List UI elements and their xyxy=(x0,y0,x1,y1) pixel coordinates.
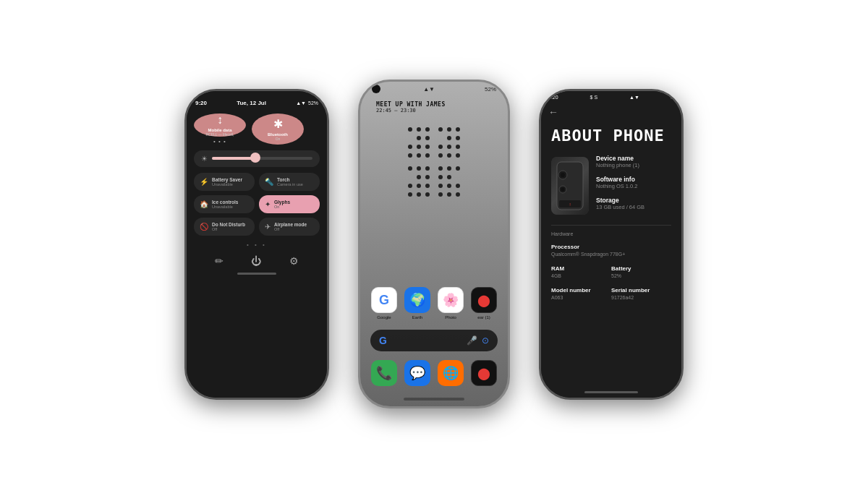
processor-label: Processor xyxy=(551,244,671,250)
svg-point-48 xyxy=(561,188,565,192)
brightness-fill xyxy=(212,157,252,160)
torch-label: Torch xyxy=(277,177,303,182)
airplane-tile[interactable]: ✈ Airplane mode Off xyxy=(259,218,320,236)
dock-ear[interactable]: ⬤ xyxy=(470,360,498,386)
ram-spec: RAM 4GB xyxy=(551,261,611,283)
svg-point-2 xyxy=(425,127,430,132)
svg-point-43 xyxy=(456,184,460,188)
svg-point-27 xyxy=(417,175,421,179)
edit-icon[interactable]: ✏ xyxy=(215,255,224,267)
hours-row xyxy=(406,125,462,161)
power-icon[interactable]: ⏻ xyxy=(251,255,261,267)
dnd-label: Do Not Disturb xyxy=(212,222,245,227)
home-signal: ▲▼ xyxy=(423,86,435,93)
svg-point-18 xyxy=(456,145,460,149)
google-app-label: Google xyxy=(377,315,391,320)
svg-point-5 xyxy=(417,136,421,140)
svg-point-10 xyxy=(425,153,430,158)
earth-app-label: Earth xyxy=(412,315,422,320)
svg-point-15 xyxy=(438,145,443,149)
app-grid: G Google 🌍 Earth 🌸 Photo ⬤ ear xyxy=(360,281,508,325)
serial-spec: Serial number 91726a42 xyxy=(611,283,671,304)
dot-clock-container xyxy=(360,121,508,202)
torch-status: Camera in use xyxy=(277,182,303,187)
photo-app-label: Photo xyxy=(445,315,456,320)
model-label: Model number xyxy=(551,287,611,294)
home-indicator xyxy=(237,273,276,275)
photo-app-icon: 🌸 xyxy=(443,292,459,308)
mobile-data-tile[interactable]: ↕ Mobile data RCELL — lifecell, xyxy=(194,114,246,137)
ear-app-icon: ⬤ xyxy=(477,294,490,307)
about-phone-screen: 9:20 $ S ▲▼ □ ← ABOUT PHONE ! xyxy=(541,91,681,398)
storage-label: Storage xyxy=(596,197,671,204)
svg-point-19 xyxy=(438,153,443,158)
device-name-label: Device name xyxy=(596,155,671,162)
processor-value: Qualcomm® Snapdragon 778G+ xyxy=(551,252,671,257)
brightness-icon: ☀ xyxy=(201,155,208,163)
settings-icon[interactable]: ⚙ xyxy=(289,255,299,267)
glyphs-tile[interactable]: ✦ Glyphs On xyxy=(259,195,320,213)
bottom-icons-bar: ✏ ⏻ ⚙ xyxy=(194,252,320,270)
ram-value: 4GB xyxy=(551,273,611,278)
airplane-icon: ✈ xyxy=(265,223,271,231)
big-tiles-row: ↕ Mobile data RCELL — lifecell, • • • ✱ … xyxy=(194,114,320,145)
svg-point-12 xyxy=(447,127,451,132)
app-photo[interactable]: 🌸 Photo xyxy=(437,287,464,320)
battery-saver-tile[interactable]: ⚡ Battery Saver Unavailable xyxy=(194,173,255,191)
svg-point-7 xyxy=(425,145,430,149)
app-ear[interactable]: ⬤ ear (1) xyxy=(470,287,498,320)
about-time: 9:20 xyxy=(548,95,558,100)
svg-point-0 xyxy=(408,127,412,132)
svg-point-22 xyxy=(408,166,412,171)
phone-3: 9:20 $ S ▲▼ □ ← ABOUT PHONE ! xyxy=(539,89,684,400)
storage-value: 13 GB used / 64 GB xyxy=(596,204,671,210)
page-dots: • • • xyxy=(194,241,320,248)
phone-2: · ▲▼ 52% MEET UP WITH JAMES 22:45 – 23:3… xyxy=(358,80,510,408)
specs-grid: Processor Qualcomm® Snapdragon 778G+ RAM… xyxy=(541,239,681,304)
mobile-data-dots: • • • xyxy=(213,138,226,145)
status-date: Tue, 12 Jul xyxy=(237,100,266,106)
torch-icon: 🔦 xyxy=(265,178,273,186)
ram-label: RAM xyxy=(551,265,611,272)
torch-tile[interactable]: 🔦 Torch Camera in use xyxy=(259,173,320,191)
dock-chrome[interactable]: 🌐 xyxy=(437,360,464,386)
ice-controls-tile[interactable]: 🏠 Ice controls Unavailable xyxy=(194,195,255,213)
status-bar: 9:20 Tue, 12 Jul ▲▼ 52% xyxy=(194,97,320,109)
battery-saver-status: Unavailable xyxy=(212,182,242,187)
search-bar[interactable]: G 🎤 ⊙ xyxy=(370,330,498,351)
home-status-bar: · ▲▼ 52% xyxy=(360,82,508,94)
about-home-indicator xyxy=(584,391,638,393)
google-app-icon: G xyxy=(379,293,389,308)
lens-icon[interactable]: ⊙ xyxy=(482,335,489,346)
brightness-slider[interactable]: ☀ xyxy=(194,150,320,167)
app-earth[interactable]: 🌍 Earth xyxy=(404,287,431,320)
device-name-row: Device name Nothing phone (1) xyxy=(596,155,671,168)
dock-phone[interactable]: 📞 xyxy=(370,360,398,386)
airplane-status: Off xyxy=(274,227,307,231)
svg-point-24 xyxy=(425,166,430,171)
signal-icon: ▲▼ xyxy=(296,100,306,106)
svg-point-21 xyxy=(456,153,460,158)
brightness-track[interactable] xyxy=(212,157,312,160)
about-status-bar: 9:20 $ S ▲▼ □ xyxy=(541,91,681,103)
dock-messages[interactable]: 💬 xyxy=(404,360,431,386)
svg-point-23 xyxy=(417,166,421,171)
bluetooth-tile[interactable]: ✱ Bluetooth On xyxy=(252,114,304,145)
hardware-section-label: Hardware xyxy=(541,228,681,239)
back-button[interactable]: ← xyxy=(541,103,681,121)
about-signal: ▲▼ xyxy=(629,95,639,100)
battery-saver-label: Battery Saver xyxy=(212,177,242,182)
home-screen: · ▲▼ 52% MEET UP WITH JAMES 22:45 – 23:3… xyxy=(360,82,508,406)
dnd-icon: 🚫 xyxy=(200,223,208,231)
dot-clock xyxy=(406,125,462,200)
minutes-row xyxy=(406,164,462,200)
software-info-value: Nothing OS 1.0.2 xyxy=(596,183,671,189)
svg-point-41 xyxy=(438,192,443,197)
microphone-icon[interactable]: 🎤 xyxy=(467,335,477,346)
storage-row: Storage 13 GB used / 64 GB xyxy=(596,197,671,210)
battery-spec-value: 52% xyxy=(611,273,671,278)
dnd-tile[interactable]: 🚫 Do Not Disturb Off xyxy=(194,218,255,236)
svg-point-42 xyxy=(447,192,451,197)
app-google[interactable]: G Google xyxy=(370,287,398,320)
about-status-icons: $ S xyxy=(590,95,598,100)
